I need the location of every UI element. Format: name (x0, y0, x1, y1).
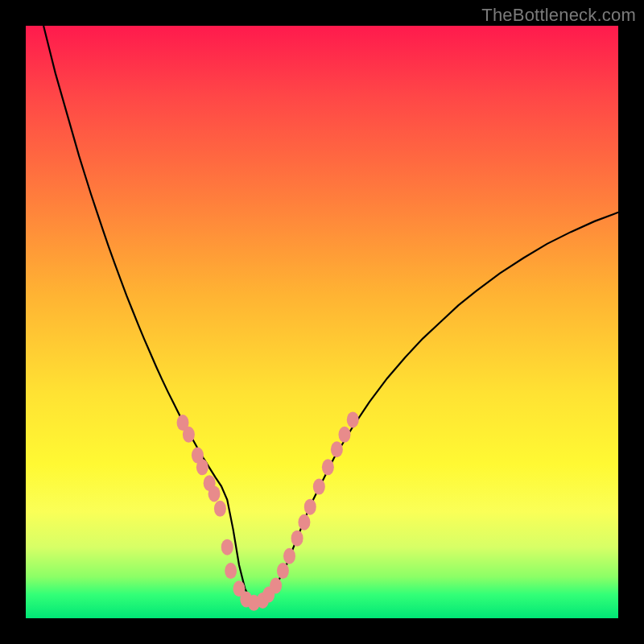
curve-marker (338, 427, 350, 443)
curve-marker (331, 441, 343, 457)
curve-marker (347, 411, 359, 427)
watermark-text: TheBottleneck.com (481, 5, 636, 26)
curve-marker (304, 499, 316, 515)
curve-marker (196, 459, 208, 475)
curve-marker (221, 539, 233, 555)
bottleneck-curve (43, 26, 618, 604)
curve-marker (298, 514, 310, 530)
curve-marker (313, 479, 325, 495)
curve-marker (183, 427, 195, 443)
curve-marker (291, 530, 303, 547)
curve-marker (277, 563, 289, 579)
marker-group (177, 411, 359, 610)
curve-marker (322, 459, 334, 475)
curve-marker (208, 485, 221, 502)
chart-container: TheBottleneck.com (0, 0, 644, 644)
plot-area (26, 26, 618, 618)
curve-layer (26, 26, 618, 618)
curve-marker (225, 563, 237, 579)
curve-marker (283, 548, 295, 564)
curve-marker (270, 578, 282, 594)
curve-marker (214, 501, 226, 517)
